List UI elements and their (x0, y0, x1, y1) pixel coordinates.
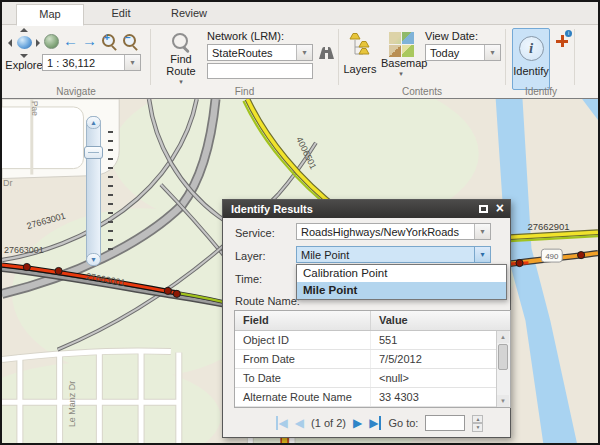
next-extent-icon[interactable]: → (82, 34, 97, 48)
group-contents: Layers Basemap ▾ View Date: Today ▾ Cont… (339, 25, 505, 98)
basemap-button[interactable]: Basemap ▾ (381, 32, 421, 78)
scroll-up-icon[interactable]: ▲ (497, 331, 509, 343)
goto-spinner[interactable]: ▲▼ (472, 415, 483, 432)
tab-review[interactable]: Review (156, 4, 222, 23)
table-scrollbar[interactable]: ▲ ▼ (496, 331, 510, 407)
street-label: Le Manz Dr (68, 381, 78, 427)
service-combo[interactable]: RoadsHighways/NewYorkRoads ▾ (296, 223, 491, 240)
close-icon[interactable]: × (496, 200, 504, 217)
group-divider (574, 29, 575, 85)
find-route-dropdown-icon[interactable]: ▾ (163, 78, 199, 86)
dialog-titlebar[interactable]: Identify Results × (223, 200, 510, 218)
zoom-slider-ticks (108, 131, 113, 257)
zoom-slider-up-icon[interactable]: ▲ (86, 116, 101, 129)
previous-page-icon[interactable]: ◀ (295, 416, 304, 430)
maximize-icon[interactable] (479, 205, 488, 213)
goto-page-input[interactable] (425, 415, 465, 431)
table-row[interactable]: To Date <null> (235, 369, 496, 388)
field-cell: To Date (235, 369, 370, 387)
view-date-value: Today (426, 47, 484, 59)
find-route-button[interactable]: Find Route ▾ (163, 31, 199, 86)
zoom-slider-track[interactable] (86, 116, 101, 266)
service-combo-arrow-icon[interactable]: ▾ (474, 224, 490, 239)
spinner-down-icon[interactable]: ▼ (472, 423, 483, 432)
route-label: 27662901 (527, 221, 569, 232)
layers-button[interactable]: Layers (343, 32, 377, 75)
route-label: 27663001 (4, 245, 44, 255)
network-combo[interactable]: StateRoutes ▾ (207, 44, 313, 61)
table-header-field: Field (235, 311, 370, 330)
highway-shield-number: 490 (545, 252, 559, 261)
last-page-icon[interactable]: ▶ (369, 416, 381, 430)
layer-label: Layer: (235, 250, 266, 262)
zoom-slider-down-icon[interactable]: ▼ (86, 253, 101, 266)
view-date-combo[interactable]: Today ▾ (425, 44, 501, 61)
scrollbar-thumb[interactable] (498, 344, 508, 370)
table-header-value: Value (370, 311, 510, 330)
attributes-table: Field Value Object ID 551 From Date 7/5/… (234, 310, 511, 408)
identify-results-dialog: Identify Results × Service: RoadsHighway… (222, 199, 511, 438)
page-indicator: (1 of 2) (311, 417, 346, 429)
network-combo-arrow-icon[interactable]: ▾ (296, 45, 312, 60)
group-navigate: Explore ← → + − 1 : 36,112 ▾ Navigate (2, 25, 150, 98)
group-label-find: Find (151, 86, 338, 97)
identify-route-location-icon[interactable]: i (556, 34, 570, 48)
app-window: Map Edit Review Explore ← → + − 1 : 36,1… (0, 0, 600, 445)
table-header: Field Value (235, 311, 510, 331)
table-row[interactable]: From Date 7/5/2012 (235, 350, 496, 369)
scale-combo-arrow-icon[interactable]: ▾ (124, 55, 140, 70)
find-route-label: Find Route (163, 53, 199, 77)
street-label: Dr (3, 178, 12, 188)
field-cell: Object ID (235, 331, 370, 349)
tab-map[interactable]: Map (16, 4, 84, 26)
identify-button[interactable]: i Identify (512, 28, 550, 90)
route-input[interactable] (207, 63, 313, 79)
zoom-slider-handle[interactable] (84, 146, 103, 159)
basemap-icon (389, 32, 414, 57)
tab-edit[interactable]: Edit (88, 4, 154, 23)
basemap-dropdown-icon[interactable]: ▾ (381, 70, 421, 78)
layers-label: Layers (343, 63, 377, 75)
street-label: Pae (30, 101, 41, 117)
layer-combo[interactable]: Mile Point ▾ (296, 246, 491, 263)
value-cell: 7/5/2012 (370, 350, 496, 368)
navigate-icon-row: ← → + − (44, 32, 139, 50)
service-label: Service: (235, 227, 275, 239)
zoom-in-icon[interactable]: + (101, 33, 118, 50)
pagination-bar: ◀ ◀ (1 of 2) ▶ ▶ Go to: ▲▼ (223, 411, 510, 435)
dialog-title: Identify Results (231, 203, 313, 215)
table-rows: Object ID 551 From Date 7/5/2012 To Date… (235, 331, 496, 407)
map-zoom-slider[interactable]: ▲ ▼ (86, 116, 118, 268)
identify-icon: i (519, 36, 544, 61)
scale-combo[interactable]: 1 : 36,112 ▾ (42, 54, 141, 71)
find-route-magnifier-icon (170, 31, 192, 53)
spinner-up-icon[interactable]: ▲ (472, 415, 483, 424)
first-page-icon[interactable]: ◀ (276, 416, 288, 430)
layer-value: Mile Point (297, 249, 474, 261)
full-extent-globe-icon[interactable] (44, 34, 59, 49)
group-label-navigate: Navigate (2, 86, 150, 97)
binoculars-icon[interactable] (318, 45, 335, 60)
map-viewport[interactable]: 490 27663001 27663001 27663001 4006501 2… (2, 99, 598, 444)
explore-label: Explore (5, 59, 42, 71)
field-cell: Alternate Route Name (235, 388, 370, 406)
dropdown-option-calibration-point[interactable]: Calibration Point (297, 265, 506, 282)
network-lrm-label: Network (LRM): (207, 30, 284, 42)
scale-value: 1 : 36,112 (43, 57, 124, 69)
explore-button[interactable]: Explore (5, 30, 43, 73)
layer-dropdown-list: Calibration Point Mile Point (296, 264, 507, 300)
view-date-combo-arrow-icon[interactable]: ▾ (484, 45, 500, 60)
previous-extent-icon[interactable]: ← (63, 34, 78, 48)
table-row[interactable]: Object ID 551 (235, 331, 496, 350)
goto-label: Go to: (388, 417, 418, 429)
next-page-icon[interactable]: ▶ (353, 416, 362, 430)
layer-combo-arrow-icon[interactable]: ▾ (474, 247, 490, 262)
ribbon: Explore ← → + − 1 : 36,112 ▾ Navigate (2, 25, 598, 99)
group-label-identify: Identify (506, 86, 576, 97)
table-row[interactable]: Alternate Route Name 33 4303 (235, 388, 496, 407)
scroll-down-icon[interactable]: ▼ (497, 395, 509, 407)
zoom-out-icon[interactable]: − (122, 33, 139, 50)
value-cell: 551 (370, 331, 496, 349)
view-date-label: View Date: (425, 30, 478, 42)
dropdown-option-mile-point[interactable]: Mile Point (297, 282, 506, 299)
